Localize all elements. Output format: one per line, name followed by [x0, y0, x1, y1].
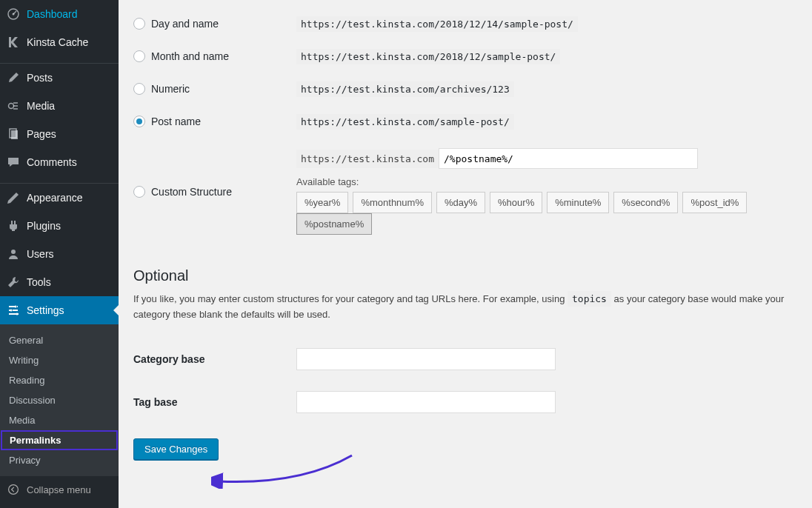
- sidebar-item-label: Settings: [27, 304, 64, 316]
- category-base-label: Category base: [133, 353, 296, 365]
- sidebar-item-label: Plugins: [27, 220, 61, 232]
- tools-icon: [6, 275, 21, 290]
- kinsta-icon: [6, 35, 21, 50]
- tag-button[interactable]: %day%: [436, 192, 485, 213]
- tag-base-row: Tag base: [133, 381, 797, 424]
- tag-button[interactable]: %second%: [613, 192, 678, 213]
- permalink-radio-numeric[interactable]: [133, 83, 145, 95]
- permalink-radio-label: Post name: [151, 116, 201, 127]
- sidebar-item-tools[interactable]: Tools: [0, 268, 119, 296]
- sidebar-item-appearance[interactable]: Appearance: [0, 184, 119, 212]
- comments-icon: [6, 155, 21, 170]
- save-changes-button[interactable]: Save Changes: [133, 438, 219, 460]
- sidebar-item-label: Kinsta Cache: [27, 36, 88, 48]
- dashboard-icon: [6, 7, 21, 21]
- permalink-example: https://test.kinsta.com/2018/12/14/sampl…: [296, 16, 578, 32]
- category-base-input[interactable]: [296, 348, 556, 370]
- submenu-item-permalinks[interactable]: Permalinks: [1, 430, 118, 450]
- optional-heading: Optional: [133, 267, 797, 284]
- permalink-option-row: Numerichttps://test.kinsta.com/archives/…: [133, 73, 797, 105]
- custom-structure-prefix: https://test.kinsta.com: [296, 150, 439, 168]
- svg-point-1: [13, 13, 15, 16]
- tag-button[interactable]: %minute%: [547, 192, 609, 213]
- permalink-radio-label: Month and name: [151, 50, 229, 62]
- tag-base-input[interactable]: [296, 391, 556, 413]
- tag-button[interactable]: %postname%: [296, 213, 372, 235]
- svg-point-7: [10, 310, 13, 312]
- tag-button[interactable]: %post_id%: [682, 192, 747, 213]
- custom-structure-input[interactable]: [439, 148, 698, 169]
- sidebar-item-label: Comments: [27, 156, 77, 168]
- tag-button[interactable]: %hour%: [490, 192, 542, 213]
- permalink-option-row: Custom Structurehttps://test.kinsta.comA…: [133, 138, 797, 245]
- sidebar-item-comments[interactable]: Comments: [0, 148, 119, 176]
- sidebar-item-users[interactable]: Users: [0, 240, 119, 268]
- submenu-item-privacy[interactable]: Privacy: [0, 450, 119, 470]
- permalink-option-row: Post namehttps://test.kinsta.com/sample-…: [133, 105, 797, 138]
- pages-icon: [6, 127, 21, 141]
- permalink-example: https://test.kinsta.com/2018/12/sample-p…: [296, 49, 560, 64]
- permalink-radio-label: Numeric: [151, 83, 190, 95]
- permalink-radio-post-name[interactable]: [133, 116, 145, 127]
- permalink-radio-label: Custom Structure: [151, 186, 232, 198]
- users-icon: [6, 247, 21, 261]
- settings-submenu: GeneralWritingReadingDiscussionMediaPerm…: [0, 324, 119, 476]
- collapse-icon: [6, 484, 21, 495]
- submenu-item-discussion[interactable]: Discussion: [0, 390, 119, 410]
- submenu-item-media[interactable]: Media: [0, 410, 119, 430]
- permalink-radio-custom-structure[interactable]: [133, 186, 145, 198]
- main-content: Day and namehttps://test.kinsta.com/2018…: [119, 0, 812, 508]
- available-tags: %year%%monthnum%%day%%hour%%minute%%seco…: [296, 192, 797, 235]
- sidebar-item-pages[interactable]: Pages: [0, 120, 119, 148]
- tag-base-label: Tag base: [133, 396, 296, 408]
- svg-point-8: [16, 313, 19, 315]
- permalink-example: https://test.kinsta.com/sample-post/: [296, 114, 514, 130]
- admin-sidebar: DashboardKinsta Cache PostsMediaPagesCom…: [0, 0, 119, 508]
- description-code: topics: [568, 291, 611, 307]
- svg-point-9: [9, 485, 19, 495]
- tag-button[interactable]: %monthnum%: [353, 192, 432, 213]
- submenu-item-writing[interactable]: Writing: [0, 350, 119, 370]
- settings-icon: [6, 303, 21, 318]
- svg-point-2: [9, 104, 14, 109]
- permalink-radio-label: Day and name: [151, 18, 219, 30]
- permalink-option-row: Day and namehttps://test.kinsta.com/2018…: [133, 7, 797, 40]
- sidebar-item-kinsta-cache[interactable]: Kinsta Cache: [0, 28, 119, 56]
- sidebar-item-label: Pages: [27, 128, 56, 140]
- collapse-menu-label: Collapse menu: [27, 484, 91, 495]
- sidebar-item-label: Tools: [27, 276, 51, 288]
- sidebar-item-label: Appearance: [27, 192, 83, 204]
- sidebar-item-posts[interactable]: Posts: [0, 64, 119, 92]
- sidebar-item-plugins[interactable]: Plugins: [0, 212, 119, 240]
- permalink-radio-month-and-name[interactable]: [133, 50, 145, 62]
- submenu-item-reading[interactable]: Reading: [0, 370, 119, 390]
- description-text: If you like, you may enter custom struct…: [133, 293, 568, 304]
- media-icon: [6, 98, 21, 113]
- posts-icon: [6, 70, 21, 85]
- plugins-icon: [6, 218, 21, 233]
- svg-rect-4: [11, 130, 18, 139]
- sidebar-item-label: Posts: [27, 72, 53, 84]
- category-base-row: Category base: [133, 338, 797, 381]
- sidebar-item-label: Dashboard: [27, 8, 78, 20]
- sidebar-item-settings[interactable]: Settings: [0, 296, 119, 324]
- annotation-arrow: [211, 444, 359, 489]
- sidebar-item-label: Media: [27, 100, 55, 112]
- submenu-item-general[interactable]: General: [0, 330, 119, 350]
- permalink-option-row: Month and namehttps://test.kinsta.com/20…: [133, 40, 797, 73]
- permalink-radio-day-and-name[interactable]: [133, 18, 145, 30]
- sidebar-item-label: Users: [27, 248, 54, 260]
- svg-point-5: [11, 250, 16, 254]
- svg-point-6: [15, 306, 17, 308]
- optional-description: If you like, you may enter custom struct…: [133, 292, 797, 323]
- permalink-example: https://test.kinsta.com/archives/123: [296, 81, 514, 97]
- collapse-menu-button[interactable]: Collapse menu: [0, 476, 119, 503]
- sidebar-item-dashboard[interactable]: Dashboard: [0, 0, 119, 28]
- available-tags-label: Available tags:: [296, 176, 797, 187]
- sidebar-item-media[interactable]: Media: [0, 92, 119, 120]
- appearance-icon: [6, 190, 21, 205]
- tag-button[interactable]: %year%: [296, 192, 348, 213]
